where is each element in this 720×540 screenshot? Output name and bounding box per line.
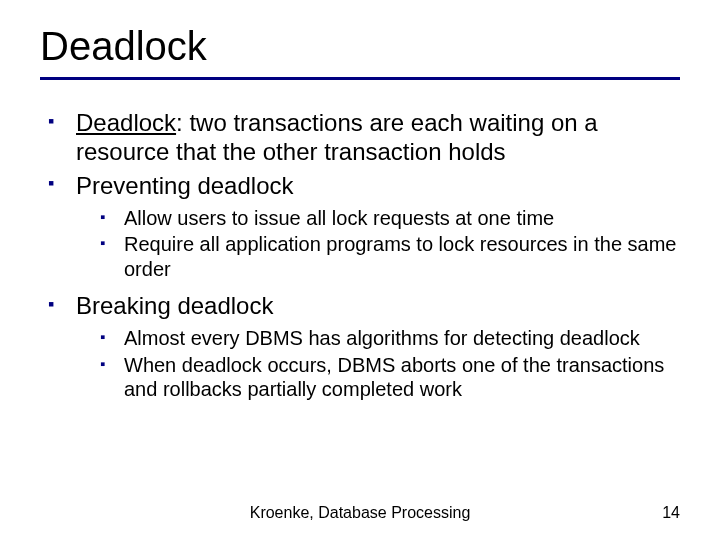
bullet-breaking: Breaking deadlock Almost every DBMS has … xyxy=(48,291,680,401)
sub-item: Require all application programs to lock… xyxy=(100,232,680,281)
bullet-preventing: Preventing deadlock Allow users to issue… xyxy=(48,171,680,281)
sub-item: Almost every DBMS has algorithms for det… xyxy=(100,326,680,350)
bullet-list: Deadlock: two transactions are each wait… xyxy=(40,108,680,401)
footer-page-number: 14 xyxy=(662,504,680,522)
bullet-breaking-label: Breaking deadlock xyxy=(76,292,273,319)
slide-title: Deadlock xyxy=(40,24,680,69)
bullet-preventing-label: Preventing deadlock xyxy=(76,172,293,199)
breaking-sublist: Almost every DBMS has algorithms for det… xyxy=(76,326,680,401)
preventing-sublist: Allow users to issue all lock requests a… xyxy=(76,206,680,281)
title-rule xyxy=(40,77,680,80)
sub-item: When deadlock occurs, DBMS aborts one of… xyxy=(100,353,680,402)
slide: Deadlock Deadlock: two transactions are … xyxy=(0,0,720,540)
footer-source: Kroenke, Database Processing xyxy=(0,504,720,522)
bullet-deadlock-definition: Deadlock: two transactions are each wait… xyxy=(48,108,680,167)
sub-item: Allow users to issue all lock requests a… xyxy=(100,206,680,230)
term-deadlock: Deadlock xyxy=(76,109,176,136)
